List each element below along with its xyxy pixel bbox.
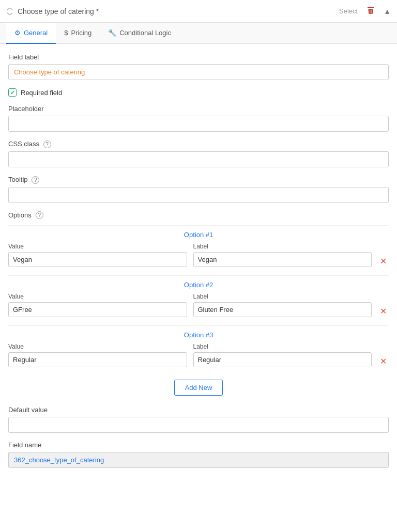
option-3-value-label: Value (8, 343, 187, 350)
option-2-label-col: Label (193, 293, 372, 317)
options-help-icon[interactable]: ? (36, 211, 43, 219)
option-3-label-label: Label (193, 343, 372, 350)
field-name-input[interactable] (8, 452, 389, 468)
option-3-value-col: Value (8, 343, 187, 367)
delete-option-1-button[interactable]: ✕ (378, 253, 389, 269)
option-1-value-input[interactable] (8, 252, 187, 267)
option-1-value-col: Value (8, 243, 187, 267)
required-field-label: Required field (21, 89, 62, 97)
option-2-label-label: Label (193, 293, 372, 300)
option-3-label-col: Label (193, 343, 372, 367)
field-label-label: Field label (8, 53, 389, 61)
required-checkbox[interactable] (8, 88, 17, 97)
field-name-label: Field name (8, 441, 389, 449)
tabs-bar: ⚙ General $ Pricing 🔧 Conditional Logic (0, 23, 397, 44)
option-3-header: Option #3 (8, 331, 389, 339)
css-class-input[interactable] (8, 151, 389, 167)
placeholder-input[interactable] (8, 116, 389, 132)
tooltip-label: Tooltip ? (8, 176, 389, 184)
field-title: Choose type of catering * (18, 7, 99, 15)
css-class-label: CSS class ? (8, 140, 389, 148)
form-content: Field label Required field Placeholder C… (0, 44, 397, 486)
option-2-value-label: Value (8, 293, 187, 300)
tab-general[interactable]: ⚙ General (6, 23, 56, 44)
required-field-row: Required field (8, 88, 389, 97)
tooltip-help-icon[interactable]: ? (32, 176, 39, 184)
drag-handle-icon[interactable] (6, 8, 13, 15)
field-name-group: Field name (8, 441, 389, 468)
default-value-input[interactable] (8, 417, 389, 433)
option-1-label-input[interactable] (193, 252, 372, 267)
placeholder-label: Placeholder (8, 105, 389, 113)
option-1-value-label: Value (8, 243, 187, 250)
wrench-icon: 🔧 (108, 29, 116, 37)
options-label: Options ? (8, 211, 389, 219)
option-1-header: Option #1 (8, 231, 389, 239)
field-label-input[interactable] (8, 64, 389, 80)
top-bar: Choose type of catering * Select ▲ (0, 0, 397, 23)
tooltip-input[interactable] (8, 187, 389, 203)
option-group-3: Option #3 Value Label ✕ (8, 325, 389, 375)
delete-button[interactable] (364, 5, 377, 18)
option-3-label-input[interactable] (193, 352, 372, 367)
tab-pricing[interactable]: $ Pricing (56, 23, 100, 44)
placeholder-group: Placeholder (8, 105, 389, 132)
gear-icon: ⚙ (14, 29, 21, 37)
add-new-button[interactable]: Add New (174, 380, 223, 396)
tab-pricing-label: Pricing (71, 29, 91, 37)
select-link[interactable]: Select (339, 7, 358, 15)
option-1-label-label: Label (193, 243, 372, 250)
option-3-value-input[interactable] (8, 352, 187, 367)
css-class-help-icon[interactable]: ? (43, 140, 51, 148)
option-2-row: Value Label ✕ (8, 293, 389, 325)
option-2-label-input[interactable] (193, 302, 372, 317)
tab-general-label: General (24, 29, 48, 37)
top-bar-left: Choose type of catering * (6, 7, 339, 15)
css-class-group: CSS class ? (8, 140, 389, 167)
tooltip-group: Tooltip ? (8, 176, 389, 203)
collapse-button[interactable]: ▲ (384, 7, 391, 15)
options-section: Options ? Option #1 Value Label ✕ Option… (8, 211, 389, 396)
option-1-row: Value Label ✕ (8, 243, 389, 275)
option-3-row: Value Label ✕ (8, 343, 389, 375)
tab-conditional-logic[interactable]: 🔧 Conditional Logic (100, 23, 179, 44)
option-2-value-col: Value (8, 293, 187, 317)
field-label-group: Field label (8, 53, 389, 80)
delete-option-3-button[interactable]: ✕ (378, 353, 389, 369)
option-group-1: Option #1 Value Label ✕ (8, 225, 389, 275)
default-value-group: Default value (8, 406, 389, 433)
dollar-icon: $ (64, 29, 68, 37)
top-bar-actions: Select ▲ (339, 5, 391, 18)
delete-option-2-button[interactable]: ✕ (378, 303, 389, 319)
option-1-label-col: Label (193, 243, 372, 267)
option-2-header: Option #2 (8, 281, 389, 289)
tab-conditional-logic-label: Conditional Logic (119, 29, 171, 37)
option-group-2: Option #2 Value Label ✕ (8, 275, 389, 325)
default-value-label: Default value (8, 406, 389, 414)
option-2-value-input[interactable] (8, 302, 187, 317)
